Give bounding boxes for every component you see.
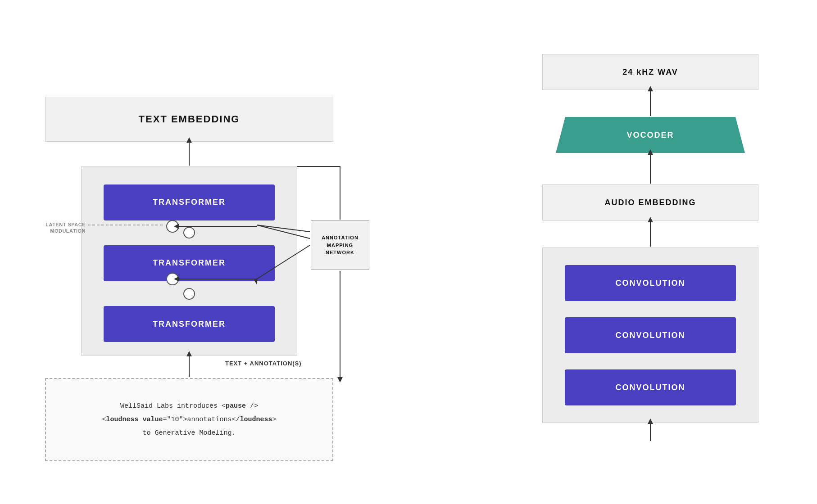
- convolution-top-label: CONVOLUTION: [616, 279, 685, 288]
- text-embedding-box: TEXT EMBEDDING: [45, 97, 333, 142]
- diagram-container: TEXT EMBEDDING TRANSFORMER TRANSFORMER T…: [0, 0, 817, 504]
- transformer-block-bottom: TRANSFORMER: [104, 306, 275, 342]
- input-text-box: WellSaid Labs introduces <pause /> <loud…: [45, 378, 333, 461]
- wav-output-box: 24 kHZ WAV: [542, 54, 758, 90]
- text-embedding-label: TEXT EMBEDDING: [139, 113, 240, 125]
- transformer-group: TRANSFORMER TRANSFORMER TRANSFORMER: [81, 166, 297, 356]
- audio-embedding-label: AUDIO EMBEDDING: [604, 198, 696, 207]
- transformer-block-middle: TRANSFORMER: [104, 245, 275, 281]
- right-section: 24 kHZ WAV VOCODER AUDIO EMBEDDING CONVO…: [524, 27, 776, 472]
- input-text-content: WellSaid Labs introduces <pause /> <loud…: [102, 400, 276, 440]
- transformer-top-label: TRANSFORMER: [153, 198, 226, 207]
- vocoder-box: VOCODER: [556, 117, 745, 153]
- transformer-bottom-label: TRANSFORMER: [153, 320, 226, 329]
- left-section: TEXT EMBEDDING TRANSFORMER TRANSFORMER T…: [36, 27, 360, 472]
- vocoder-label: VOCODER: [626, 130, 674, 140]
- convolution-block-top: CONVOLUTION: [565, 265, 736, 301]
- transformer-middle-label: TRANSFORMER: [153, 258, 226, 268]
- wav-output-label: 24 kHZ WAV: [622, 68, 678, 77]
- annotation-mapping-box: ANNOTATIONMAPPINGNETWORK: [311, 220, 369, 270]
- svg-marker-10: [337, 377, 343, 382]
- convolution-block-middle: CONVOLUTION: [565, 317, 736, 353]
- circle-connector-2: [183, 288, 195, 300]
- transformer-block-top: TRANSFORMER: [104, 184, 275, 220]
- audio-embedding-box: AUDIO EMBEDDING: [542, 184, 758, 220]
- text-annotation-label: TEXT + ANNOTATION(S): [225, 360, 302, 367]
- convolution-bottom-label: CONVOLUTION: [616, 383, 685, 392]
- circle-connector-1: [183, 227, 195, 238]
- latent-space-label: LATENT SPACE MODULATION: [45, 221, 86, 234]
- convolution-middle-label: CONVOLUTION: [616, 331, 685, 340]
- annotation-mapping-label: ANNOTATIONMAPPINGNETWORK: [322, 234, 359, 256]
- convolution-group: CONVOLUTION CONVOLUTION CONVOLUTION: [542, 248, 758, 423]
- convolution-block-bottom: CONVOLUTION: [565, 369, 736, 405]
